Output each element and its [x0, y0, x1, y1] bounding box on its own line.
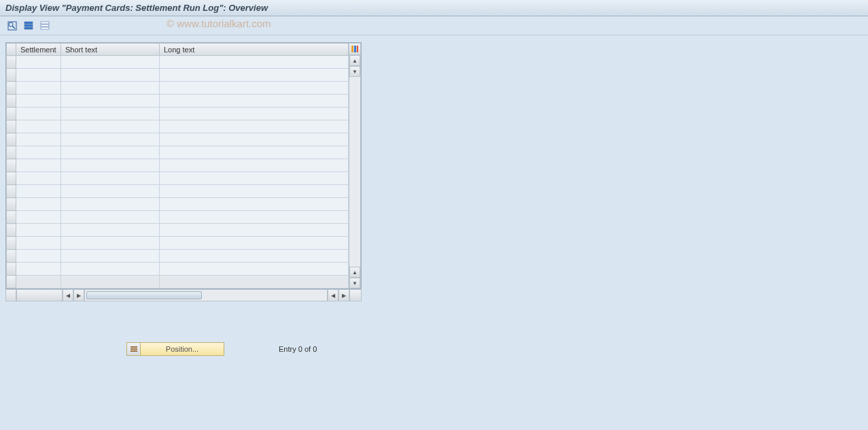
table-cell[interactable] [160, 263, 349, 276]
table-cell[interactable] [16, 250, 61, 263]
table-cell[interactable] [160, 108, 349, 120]
row-selector[interactable] [7, 185, 16, 198]
column-header-long-text[interactable]: Long text [160, 44, 349, 56]
table-cell[interactable] [16, 146, 61, 159]
position-button[interactable]: Position... [126, 342, 224, 356]
vertical-scrollbar[interactable]: ▲ ▼ ▲ ▼ [349, 55, 361, 288]
row-selector[interactable] [7, 120, 16, 133]
table-cell[interactable] [16, 56, 61, 69]
table-cell[interactable] [160, 250, 349, 263]
table-cell[interactable] [61, 263, 160, 276]
row-selector[interactable] [7, 211, 16, 224]
table-cell[interactable] [61, 146, 160, 159]
table-cell[interactable] [61, 237, 160, 250]
table-cell[interactable] [61, 95, 160, 108]
table-cell[interactable] [160, 56, 349, 69]
table-cell[interactable] [16, 159, 61, 172]
scroll-down-bottom-icon[interactable]: ▼ [349, 278, 360, 288]
data-grid: Settlement Short text Long text [6, 43, 349, 288]
table-cell[interactable] [16, 172, 61, 185]
table-cell[interactable] [16, 263, 61, 276]
row-selector-header[interactable] [7, 44, 16, 56]
table-cell[interactable] [16, 276, 61, 288]
row-selector[interactable] [7, 224, 16, 237]
svg-rect-8 [41, 27, 49, 29]
table-cell[interactable] [160, 133, 349, 146]
deselect-all-icon[interactable] [38, 20, 52, 32]
table-cell[interactable] [160, 146, 349, 159]
table-cell[interactable] [160, 69, 349, 82]
table-cell[interactable] [61, 276, 160, 288]
scroll-down-icon[interactable]: ▼ [349, 66, 360, 77]
table-cell[interactable] [160, 198, 349, 211]
table-cell[interactable] [61, 250, 160, 263]
scroll-left-icon[interactable]: ▶ [73, 289, 84, 301]
horizontal-scrollbar[interactable] [84, 289, 328, 301]
select-all-icon[interactable] [22, 20, 35, 32]
table-cell[interactable] [160, 185, 349, 198]
row-selector[interactable] [7, 237, 16, 250]
scroll-left-outer-icon[interactable]: ◀ [63, 289, 73, 301]
row-selector[interactable] [7, 159, 16, 172]
hscroll-thumb[interactable] [86, 291, 202, 299]
scroll-up-icon[interactable]: ▲ [349, 55, 360, 66]
table-row [7, 82, 349, 95]
svg-rect-7 [41, 24, 49, 27]
table-cell[interactable] [61, 185, 160, 198]
table-cell[interactable] [61, 69, 160, 82]
table-cell[interactable] [16, 108, 61, 120]
table-cell[interactable] [16, 120, 61, 133]
row-selector[interactable] [7, 133, 16, 146]
table-cell[interactable] [16, 224, 61, 237]
row-selector[interactable] [7, 108, 16, 120]
table-cell[interactable] [16, 95, 61, 108]
table-cell[interactable] [160, 172, 349, 185]
table-cell[interactable] [61, 211, 160, 224]
row-selector[interactable] [7, 82, 16, 95]
table-cell[interactable] [160, 224, 349, 237]
table-cell[interactable] [61, 56, 160, 69]
table-cell[interactable] [160, 159, 349, 172]
table-cell[interactable] [16, 198, 61, 211]
table-cell[interactable] [160, 211, 349, 224]
row-selector[interactable] [7, 69, 16, 82]
table-cell[interactable] [16, 82, 61, 95]
table-cell[interactable] [16, 211, 61, 224]
scroll-right-icon[interactable]: ◀ [328, 289, 338, 301]
row-selector[interactable] [7, 95, 16, 108]
details-icon[interactable] [5, 20, 19, 32]
table-cell[interactable] [160, 82, 349, 95]
row-selector[interactable] [7, 250, 16, 263]
table-cell[interactable] [61, 198, 160, 211]
horizontal-scrollbar-row: ◀ ▶ ◀ ▶ [5, 289, 362, 301]
table-cell[interactable] [61, 133, 160, 146]
row-selector[interactable] [7, 198, 16, 211]
row-selector[interactable] [7, 172, 16, 185]
table-row [7, 172, 349, 185]
table-cell[interactable] [160, 95, 349, 108]
table-cell[interactable] [61, 120, 160, 133]
column-header-settlement[interactable]: Settlement [16, 44, 61, 56]
table-cell[interactable] [160, 276, 349, 288]
column-header-short-text[interactable]: Short text [61, 44, 160, 56]
row-selector[interactable] [7, 263, 16, 276]
table-cell[interactable] [16, 185, 61, 198]
table-cell[interactable] [160, 237, 349, 250]
table-cell[interactable] [61, 82, 160, 95]
table-cell[interactable] [16, 69, 61, 82]
scroll-right-outer-icon[interactable]: ▶ [338, 289, 349, 301]
scroll-up-bottom-icon[interactable]: ▲ [349, 267, 360, 278]
table-row [7, 146, 349, 159]
table-cell[interactable] [61, 224, 160, 237]
row-selector[interactable] [7, 146, 16, 159]
configure-columns-icon[interactable] [349, 43, 361, 55]
table-cell[interactable] [61, 108, 160, 120]
table-cell[interactable] [160, 120, 349, 133]
row-selector[interactable] [7, 56, 16, 69]
svg-rect-10 [354, 46, 356, 52]
table-cell[interactable] [16, 237, 61, 250]
table-cell[interactable] [61, 159, 160, 172]
row-selector[interactable] [7, 276, 16, 288]
table-cell[interactable] [61, 172, 160, 185]
table-cell[interactable] [16, 133, 61, 146]
